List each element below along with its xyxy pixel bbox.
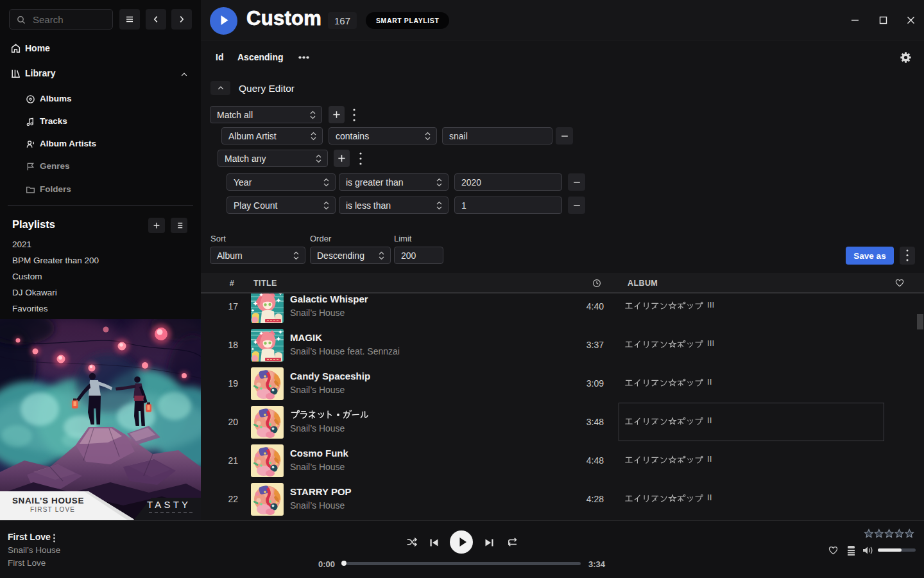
svg-text:SNAIL’S HOUSE: SNAIL’S HOUSE <box>12 496 84 505</box>
svg-text:TASTY: TASTY <box>147 499 191 510</box>
svg-text:FIRST LOVE: FIRST LOVE <box>30 506 75 513</box>
